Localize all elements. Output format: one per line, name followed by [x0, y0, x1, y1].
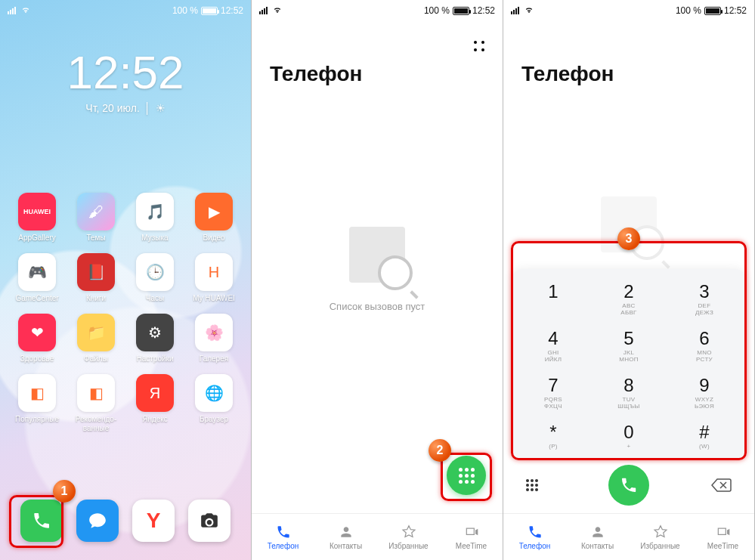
- battery-percent: 100 %: [172, 5, 198, 16]
- dock-messages-app[interactable]: [76, 500, 119, 542]
- clock-date: Чт, 20 июл.│☀: [0, 102, 251, 114]
- empty-call-log-icon: [349, 227, 405, 283]
- app-музыка[interactable]: 🎵Музыка: [125, 193, 184, 243]
- signal-icon: [259, 7, 268, 14]
- backspace-button[interactable]: [710, 478, 732, 493]
- nav-phone[interactable]: Телефон: [503, 514, 566, 560]
- dock-camera-app[interactable]: [188, 500, 231, 542]
- app-icon: 🎵: [136, 193, 174, 230]
- app-appgallery[interactable]: HUAWEIAppGallery: [8, 193, 67, 243]
- app-label: Настройки: [136, 354, 173, 364]
- nav-label: MeeTime: [456, 542, 487, 550]
- app-label: Яндекс: [142, 415, 168, 424]
- app-icon: ⚙: [136, 314, 174, 351]
- app-icon: 📁: [77, 314, 115, 351]
- app-icon: 🕒: [136, 253, 174, 291]
- app-label: Часы: [146, 294, 164, 303]
- app-icon: ❤: [18, 314, 56, 351]
- nav-label: Избранные: [640, 542, 679, 550]
- panel-home: 100 % 12:52 12:52 Чт, 20 июл.│☀ HUAWEIAp…: [0, 0, 252, 560]
- clock-time: 12:52: [0, 45, 251, 99]
- nav-phone[interactable]: Телефон: [252, 514, 314, 560]
- message-icon: [88, 511, 107, 531]
- nav-label: Телефон: [268, 542, 299, 550]
- status-bar: 100 % 12:52: [252, 0, 503, 21]
- status-time: 12:52: [724, 5, 747, 16]
- app-grid: HUAWEIAppGallery🖌Темы🎵Музыка▶Видео🎮GameC…: [0, 193, 251, 433]
- nav-meetime[interactable]: MeeTime: [440, 514, 503, 560]
- home-clock: 12:52 Чт, 20 июл.│☀: [0, 45, 251, 114]
- collapse-dialpad-button[interactable]: [526, 479, 538, 491]
- app-файлы[interactable]: 📁Файлы: [67, 314, 125, 364]
- empty-state: Список вызовов пуст: [252, 227, 503, 312]
- status-time: 12:52: [472, 5, 495, 16]
- meetime-icon: [715, 524, 732, 540]
- app-icon: 🖌: [77, 193, 115, 230]
- annotation-badge-3: 3: [617, 227, 640, 250]
- app-книги[interactable]: 📕Книги: [67, 253, 125, 303]
- app-рекомендо-ванные[interactable]: ◧Рекомендо- ванные: [67, 374, 125, 433]
- app-label: Музыка: [141, 234, 168, 243]
- app-icon: Я: [136, 374, 174, 412]
- app-icon: 🎮: [18, 253, 56, 291]
- highlight-step1: [9, 495, 63, 548]
- page-title: Телефон: [521, 62, 614, 86]
- status-bar: 100 % 12:52: [0, 0, 251, 21]
- app-my-huawei[interactable]: HMy HUAWEI: [184, 253, 243, 303]
- app-icon: H: [195, 253, 233, 291]
- app-icon: 📕: [77, 253, 115, 291]
- app-gamecenter[interactable]: 🎮GameCenter: [8, 253, 67, 303]
- nav-contacts[interactable]: Контакты: [566, 514, 629, 560]
- call-button[interactable]: [608, 465, 649, 506]
- nav-contacts[interactable]: Контакты: [314, 514, 377, 560]
- app-яндекс[interactable]: ЯЯндекс: [125, 374, 184, 433]
- empty-text: Список вызовов пуст: [330, 301, 425, 312]
- bottom-nav: ТелефонКонтактыИзбранныеMeeTime: [252, 513, 503, 560]
- app-label: Темы: [86, 234, 105, 243]
- page-title: Телефон: [270, 62, 362, 86]
- app-галерея[interactable]: 🌸Галерея: [184, 314, 243, 364]
- app-label: Видео: [203, 234, 224, 243]
- app-браузер[interactable]: 🌐Браузер: [184, 374, 243, 433]
- app-популярные[interactable]: ◧Популярные: [8, 374, 67, 433]
- backspace-icon: [710, 478, 732, 493]
- nav-label: MeeTime: [707, 542, 738, 550]
- app-label: Галерея: [200, 354, 228, 364]
- app-label: AppGallery: [18, 234, 55, 243]
- nav-meetime[interactable]: MeeTime: [692, 514, 754, 560]
- battery-icon: [704, 7, 721, 15]
- dock-yandex-app[interactable]: Y: [132, 500, 175, 542]
- app-часы[interactable]: 🕒Часы: [125, 253, 184, 303]
- star-icon: [652, 524, 669, 540]
- status-bar: 100 % 12:52: [503, 0, 754, 21]
- app-icon: ▶: [195, 193, 233, 230]
- panel-phone-keypad: 100 % 12:52 Телефон 12ABCАБВГ3DEFДЕЖЗ4GH…: [503, 0, 755, 560]
- wifi-icon: [20, 7, 31, 14]
- app-видео[interactable]: ▶Видео: [184, 193, 243, 243]
- nav-label: Контакты: [330, 542, 362, 550]
- app-icon: ◧: [77, 374, 115, 412]
- app-label: Файлы: [84, 354, 108, 364]
- nav-label: Контакты: [581, 542, 614, 550]
- wifi-icon: [272, 7, 283, 14]
- nav-star[interactable]: Избранные: [377, 514, 440, 560]
- wifi-icon: [524, 7, 534, 14]
- annotation-badge-2: 2: [429, 439, 451, 462]
- overflow-menu[interactable]: [474, 41, 486, 53]
- battery-percent: 100 %: [424, 5, 450, 16]
- annotation-badge-1: 1: [53, 480, 76, 503]
- meetime-icon: [463, 524, 480, 540]
- nav-label: Телефон: [519, 542, 550, 550]
- signal-icon: [8, 7, 16, 14]
- app-icon: HUAWEI: [18, 193, 56, 230]
- app-icon: ◧: [18, 374, 56, 412]
- app-темы[interactable]: 🖌Темы: [67, 193, 125, 243]
- app-здоровье[interactable]: ❤Здоровье: [8, 314, 67, 364]
- app-label: Книги: [86, 294, 106, 303]
- panel-phone-empty: 100 % 12:52 Телефон Список вызовов пуст …: [252, 0, 503, 560]
- app-label: Здоровье: [20, 354, 54, 364]
- battery-icon: [201, 7, 218, 15]
- app-настройки[interactable]: ⚙Настройки: [125, 314, 184, 364]
- nav-star[interactable]: Избранные: [629, 514, 692, 560]
- app-label: Браузер: [200, 415, 228, 424]
